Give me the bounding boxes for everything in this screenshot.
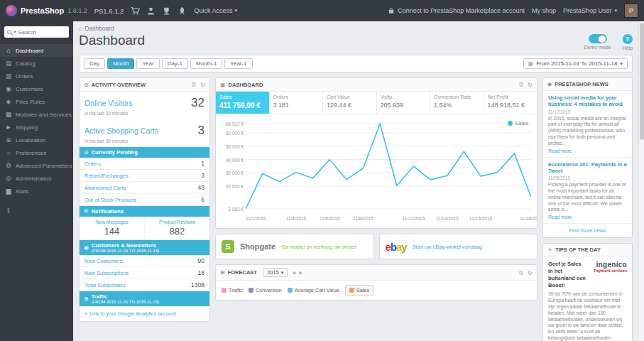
y-axis-label: 30 000 € xyxy=(226,170,244,175)
sidebar-item-label: Catalog xyxy=(16,60,36,67)
search-input[interactable] xyxy=(18,29,60,36)
shop-name[interactable]: PS1.6.1.2 xyxy=(94,7,124,15)
sidebar-item-catalog[interactable]: ▤Catalog xyxy=(0,57,73,70)
ingenico-subtext: Payment services xyxy=(590,269,627,273)
list-item: Out of Stock Products6 xyxy=(80,194,209,206)
range-month-button[interactable]: Month xyxy=(107,58,134,69)
forecast-next-icon[interactable]: » xyxy=(298,269,302,276)
sidebar-search[interactable]: ▾ xyxy=(4,26,69,38)
sidebar-item-orders[interactable]: ▥Orders xyxy=(0,70,73,82)
help-control: ? Help xyxy=(623,34,633,50)
my-shop-link[interactable]: My shop xyxy=(532,7,556,14)
scrollbar-thumb[interactable] xyxy=(640,23,644,140)
kpi-cart-value[interactable]: Cart Value129,44 € xyxy=(323,92,377,114)
x-axis-label: 11/15/2015 xyxy=(469,216,492,221)
forecast-legend-traffic[interactable]: Traffic xyxy=(222,287,243,293)
main-menu: ⌂Dashboard ▤Catalog ▥Orders ◉Customers ◈… xyxy=(0,44,73,197)
new-customers-link[interactable]: New Customers xyxy=(84,258,122,264)
total-subscribers-link[interactable]: Total Subscribers xyxy=(84,282,126,288)
panel-settings-gear-icon[interactable]: ⚙ xyxy=(191,81,197,88)
read-more-link[interactable]: Read more xyxy=(548,148,627,153)
user-avatar[interactable]: P xyxy=(624,4,638,18)
new-subscriptions-link[interactable]: New Subscriptions xyxy=(84,270,129,276)
trophy-icon[interactable] xyxy=(162,6,171,16)
chart-x-axis: 11/1/201511/4/201511/6/201511/8/201511/1… xyxy=(246,215,531,224)
kpi-net-profit[interactable]: Net Profit148 918,51 € xyxy=(484,92,537,114)
sidebar-item-modules[interactable]: ▦Modules and Services xyxy=(0,108,73,121)
range-day-1-button[interactable]: Day-1 xyxy=(162,58,188,69)
read-more-link[interactable]: Read more xyxy=(548,215,627,220)
demo-mode-toggle[interactable] xyxy=(589,34,607,43)
quick-access-label: Quick Access xyxy=(194,7,232,14)
user-menu[interactable]: PrestaShop User ▾ xyxy=(563,7,617,14)
sidebar-item-preferences[interactable]: ☼Preferences xyxy=(0,146,73,159)
kpi-orders[interactable]: Orders3 181 xyxy=(270,92,324,114)
sidebar-item-shipping[interactable]: ►Shipping xyxy=(0,121,73,134)
sidebar-item-advanced-parameters[interactable]: ⚙Advanced Parameters xyxy=(0,159,73,172)
help-icon[interactable]: ? xyxy=(623,34,633,44)
sidebar-item-localization[interactable]: ⊕Localization xyxy=(0,134,73,146)
prestashop-logo[interactable]: PrestaShop 1.6.1.2 xyxy=(6,5,87,16)
shopgate-link[interactable]: Ga mobiel en verhoog uw omzet xyxy=(281,244,356,250)
product-reviews-link[interactable]: Product Reviews882 xyxy=(145,217,209,240)
chart-y-axis: 66 912 €60 000 €50 000 €40 000 €30 000 €… xyxy=(219,121,246,212)
google-analytics-link[interactable]: »Link to your Google Analytics account xyxy=(80,306,209,321)
kpi-conversion-rate[interactable]: Conversion Rate1.54% xyxy=(430,92,484,114)
online-visitors-value: 32 xyxy=(191,96,204,110)
new-subscriptions-value: 18 xyxy=(198,269,204,276)
breadcrumb-label: Dashboard xyxy=(84,25,114,32)
preferences-icon: ☼ xyxy=(5,149,12,156)
panel-settings-gear-icon[interactable]: ⚙ xyxy=(518,269,524,276)
kpi-sales[interactable]: Sales411 759,00 € xyxy=(216,92,270,114)
kpi-visits[interactable]: Visits205 939 xyxy=(377,92,431,114)
marketplace-link[interactable]: Connect to PrestaShop Marketplace accoun… xyxy=(388,7,525,14)
new-messages-link[interactable]: New Messages144 xyxy=(80,217,145,240)
range-month-1-button[interactable]: Month-1 xyxy=(190,58,222,69)
online-visitors-link[interactable]: Online Visitors xyxy=(84,99,133,107)
active-carts-link[interactable]: Active Shopping Carts xyxy=(84,126,158,135)
panel-refresh-icon[interactable]: ↻ xyxy=(528,81,533,88)
abandoned-carts-link[interactable]: Abandoned Carts xyxy=(84,185,126,191)
sidebar-item-dashboard[interactable]: ⌂Dashboard xyxy=(0,44,73,57)
sidebar-item-price-rules[interactable]: ◈Price Rules xyxy=(0,95,73,108)
forecast-legend-conversion[interactable]: Conversion xyxy=(249,287,282,293)
search-type-chevron-icon: ▾ xyxy=(13,29,16,35)
kpi-row: Sales411 759,00 € Orders3 181 Cart Value… xyxy=(216,92,537,114)
returns-link[interactable]: Return/Exchanges xyxy=(84,173,129,179)
page-scrollbar[interactable] xyxy=(638,21,644,341)
out-of-stock-link[interactable]: Out of Stock Products xyxy=(84,197,136,203)
panel-title: DASHBOARD xyxy=(229,82,263,88)
pending-orders-link[interactable]: Orders xyxy=(84,161,101,167)
rocket-icon[interactable] xyxy=(178,6,187,16)
sidebar-item-label: Advanced Parameters xyxy=(16,163,72,169)
panel-settings-gear-icon[interactable]: ⚙ xyxy=(518,81,524,88)
cart-quick-icon[interactable] xyxy=(131,6,140,16)
range-year-button[interactable]: Year xyxy=(136,58,159,69)
range-year-1-button[interactable]: Year-1 xyxy=(224,58,252,69)
ebay-link[interactable]: Start uw eBay-winkel vandaag xyxy=(413,244,482,250)
forecast-legend-average-cart-value[interactable]: Average Cart Value xyxy=(288,287,339,293)
collapse-sidebar-button[interactable]: ‖ xyxy=(0,197,73,224)
sidebar-item-administration[interactable]: ◎Administration xyxy=(0,172,73,185)
news-article-title[interactable]: Ecommerce 101: Payments in a Tweet xyxy=(548,161,627,175)
forecast-legend-sales[interactable]: Sales xyxy=(345,285,373,296)
top-bar-icons xyxy=(131,6,187,16)
range-day-button[interactable]: Day xyxy=(84,58,105,69)
chevron-down-icon: ▾ xyxy=(614,8,617,13)
new-messages-value: 144 xyxy=(80,226,144,237)
date-range-picker[interactable]: ▦ From 2015-11-01 To 2015-11-18 ▾ xyxy=(523,58,628,69)
panel-refresh-icon[interactable]: ↻ xyxy=(528,269,533,276)
news-article-title[interactable]: Using social media for your business: 4 … xyxy=(548,94,627,108)
sidebar-item-customers[interactable]: ◉Customers xyxy=(0,82,73,95)
forecast-prev-icon[interactable]: « xyxy=(293,269,296,276)
clock-icon: ⊙ xyxy=(84,149,89,156)
find-more-news-link[interactable]: Find more news xyxy=(543,224,632,237)
panel-refresh-icon[interactable]: ↻ xyxy=(200,81,205,88)
panel-title: FORECAST xyxy=(228,269,257,276)
news-article: Ecommerce 101: Payments in a Tweet 11/05… xyxy=(543,158,632,224)
returns-value: 3 xyxy=(201,172,204,179)
employee-quick-icon[interactable] xyxy=(146,6,155,16)
forecast-year-select[interactable]: 2015▾ xyxy=(263,268,288,277)
quick-access-menu[interactable]: Quick Access ▾ xyxy=(194,7,237,14)
sidebar-item-stats[interactable]: ▆Stats xyxy=(0,185,73,197)
